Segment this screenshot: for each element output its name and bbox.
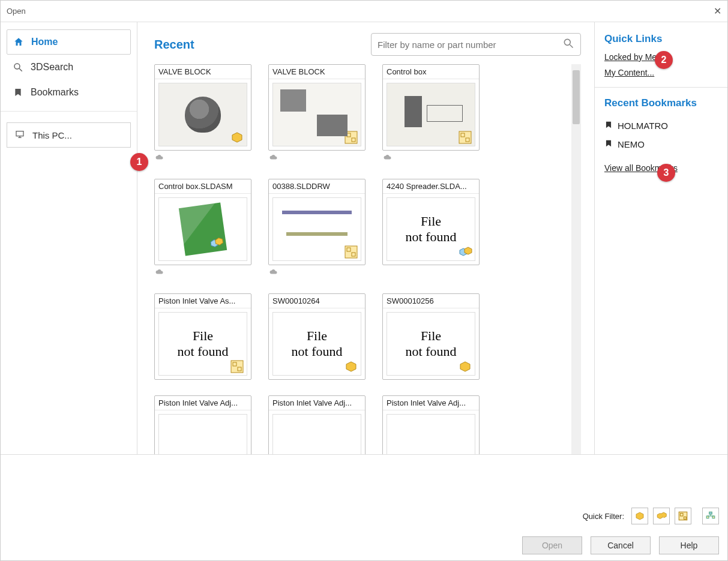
svg-point-5 <box>564 39 570 45</box>
bookmark-icon <box>13 87 23 98</box>
svg-point-0 <box>14 64 20 69</box>
callout-3: 3 <box>657 164 675 182</box>
svg-line-6 <box>570 45 573 48</box>
cancel-button[interactable]: Cancel <box>591 536 651 554</box>
sidebar: Home 3DSearch Bookmarks This PC... <box>1 22 137 454</box>
recent-item[interactable]: Piston Inlet Valve As...Filenot found <box>154 293 251 380</box>
file-type-badge-icon <box>229 130 245 145</box>
quick-filter-row: Quick Filter: <box>9 508 719 524</box>
quick-filter-assembly-button[interactable] <box>653 508 670 524</box>
file-type-badge-icon <box>457 130 474 145</box>
bookmark-item-holmatro[interactable]: HOLMATRO <box>604 116 718 135</box>
recent-item-title: Piston Inlet Valve Adj... <box>269 396 365 410</box>
cloud-icon <box>268 153 366 163</box>
center-panel: Recent VALVE BLOCKVALVE BLOCKControl box… <box>137 22 594 454</box>
main-area: Home 3DSearch Bookmarks This PC... <box>1 22 727 455</box>
recent-item-box[interactable]: 00388.SLDDRW <box>268 179 366 265</box>
recent-item-box[interactable]: Control box <box>382 64 480 151</box>
recent-item-title: Piston Inlet Valve As... <box>155 294 251 308</box>
file-type-badge-icon <box>343 245 359 259</box>
recent-item-box[interactable]: Control box.SLDASM <box>154 179 251 265</box>
sidebar-nav: Home 3DSearch Bookmarks <box>1 22 137 112</box>
sidebar-item-home[interactable]: Home <box>7 29 131 55</box>
scroll-thumb[interactable] <box>573 70 580 124</box>
file-type-badge-icon <box>343 359 359 374</box>
recent-item[interactable]: Control box.SLDASM <box>154 179 251 278</box>
quick-filter-label: Quick Filter: <box>583 512 624 521</box>
recent-item-box[interactable]: VALVE BLOCK <box>154 64 251 151</box>
recent-item[interactable]: Piston Inlet Valve Adj... <box>154 395 251 454</box>
bookmark-icon <box>604 120 613 131</box>
quick-filter-toplevel-button[interactable] <box>702 508 719 524</box>
this-pc-button[interactable]: This PC... <box>7 122 131 148</box>
recent-item-title: 4240 Spreader.SLDA... <box>383 179 479 194</box>
filter-search-box[interactable] <box>371 33 581 56</box>
recent-item-box[interactable]: 4240 Spreader.SLDA...Filenot found <box>382 179 480 265</box>
sidebar-item-label: 3DSearch <box>31 62 73 73</box>
recent-item-title: Control box.SLDASM <box>155 179 251 194</box>
divider <box>595 87 727 88</box>
svg-line-1 <box>19 68 22 71</box>
recent-heading: Recent <box>154 38 194 52</box>
bookmark-item-nemo[interactable]: NEMO <box>604 135 718 154</box>
recent-item-title: VALVE BLOCK <box>269 65 365 79</box>
recent-item[interactable]: VALVE BLOCK <box>268 64 366 163</box>
file-type-badge-icon <box>343 130 359 145</box>
quick-filter-part-button[interactable] <box>631 508 648 524</box>
file-type-badge-icon <box>207 235 226 251</box>
scrollbar[interactable] <box>571 64 581 454</box>
recent-item[interactable]: Control box <box>382 64 480 163</box>
recent-grid: VALVE BLOCKVALVE BLOCKControl boxControl… <box>154 64 581 454</box>
help-button[interactable]: Help <box>659 536 719 554</box>
recent-item[interactable]: 4240 Spreader.SLDA...Filenot found <box>382 179 480 278</box>
callout-1: 1 <box>130 153 148 171</box>
bookmark-label: HOLMATRO <box>618 121 668 131</box>
quick-link-my-content[interactable]: My Content... <box>604 68 718 77</box>
recent-item-title: VALVE BLOCK <box>155 65 251 79</box>
search-icon[interactable] <box>562 37 574 52</box>
recent-item[interactable]: Piston Inlet Valve Adj... <box>382 395 480 454</box>
this-pc-label: This PC... <box>32 130 72 140</box>
footer: Quick Filter: Open Cancel Help <box>1 455 727 560</box>
right-panel: Quick Links Locked by Me... My Content..… <box>594 22 727 454</box>
cloud-icon <box>382 153 480 163</box>
home-icon <box>13 37 24 47</box>
recent-item[interactable]: VALVE BLOCK <box>154 64 251 163</box>
recent-item-box[interactable]: Piston Inlet Valve Adj... <box>268 395 366 454</box>
recent-item-box[interactable]: Piston Inlet Valve As...Filenot found <box>154 293 251 380</box>
svg-rect-2 <box>16 131 23 136</box>
file-type-badge-icon <box>229 359 245 374</box>
recent-item-box[interactable]: Piston Inlet Valve Adj... <box>154 395 251 454</box>
recent-item-box[interactable]: SW00010264Filenot found <box>268 293 366 380</box>
recent-item-title: SW00010264 <box>269 294 365 308</box>
recent-bookmarks-title: Recent Bookmarks <box>604 97 718 109</box>
recent-item-title: Piston Inlet Valve Adj... <box>383 396 479 410</box>
dialog-button-row: Open Cancel Help <box>9 536 719 554</box>
recent-item-title: Control box <box>383 65 479 79</box>
bookmark-icon <box>604 139 613 150</box>
search-icon <box>13 62 23 73</box>
quick-filter-drawing-button[interactable] <box>675 508 691 524</box>
sidebar-bottom: This PC... <box>1 112 137 158</box>
recent-item[interactable]: SW00010264Filenot found <box>268 293 366 380</box>
recent-item-box[interactable]: Piston Inlet Valve Adj... <box>382 395 480 454</box>
recent-item-title: Piston Inlet Valve Adj... <box>155 396 251 410</box>
recent-item[interactable]: Piston Inlet Valve Adj... <box>268 395 366 454</box>
file-type-badge-icon <box>457 359 474 374</box>
filter-input[interactable] <box>378 40 562 50</box>
recent-item-box[interactable]: VALVE BLOCK <box>268 64 366 151</box>
monitor-icon <box>14 130 25 141</box>
sidebar-item-bookmarks[interactable]: Bookmarks <box>7 80 131 105</box>
recent-item[interactable]: SW00010256Filenot found <box>382 293 480 380</box>
recent-item[interactable]: 00388.SLDDRW <box>268 179 366 278</box>
center-header: Recent <box>154 33 581 56</box>
open-button[interactable]: Open <box>522 536 582 554</box>
svg-rect-22 <box>709 512 712 514</box>
sidebar-item-label: Bookmarks <box>31 87 79 98</box>
sidebar-item-3dsearch[interactable]: 3DSearch <box>7 55 131 80</box>
recent-item-title: SW00010256 <box>383 294 479 308</box>
sidebar-item-label: Home <box>31 37 58 47</box>
close-icon[interactable]: ✕ <box>714 5 721 17</box>
file-type-badge-icon <box>457 245 474 259</box>
recent-item-box[interactable]: SW00010256Filenot found <box>382 293 480 380</box>
